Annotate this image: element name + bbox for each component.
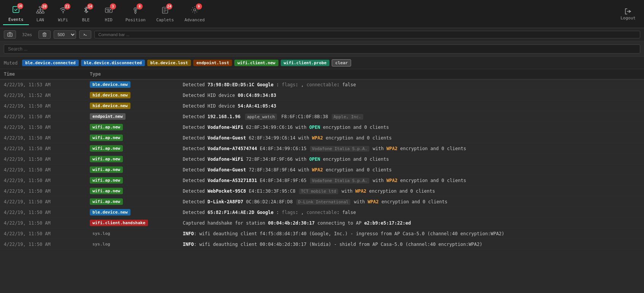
svg-point-25 <box>9 34 11 36</box>
cell-type[interactable]: wifi.ap.new <box>86 154 179 165</box>
cell-description: Detected Vodafone-WiFi 62:8F:34:99:C6:16… <box>179 122 644 133</box>
cell-type[interactable]: sys.log <box>86 239 179 250</box>
cell-type[interactable]: wifi.ap.new <box>86 196 179 207</box>
brand-label: Apple, Inc. <box>332 114 363 120</box>
nav-position[interactable]: 8 Position <box>120 3 151 25</box>
nav-advanced-label: Advanced <box>184 17 205 22</box>
cell-type[interactable]: sys.log <box>86 228 179 239</box>
terminal-button[interactable] <box>79 30 91 39</box>
count-select[interactable]: 500 100 1000 <box>54 30 76 39</box>
event-type-badge[interactable]: wifi.ap.new <box>90 188 123 194</box>
cell-description: Detected 65:82:F1:A4:AE:2D Google : flag… <box>179 207 644 218</box>
search-input[interactable] <box>4 44 640 54</box>
cell-time: 4/22/19, 11:50 AM <box>0 154 86 165</box>
muted-tag-endpoint-lost[interactable]: endpoint.lost <box>193 60 232 66</box>
cell-time: 4/22/19, 11:52 AM <box>0 90 86 101</box>
event-type-badge[interactable]: wifi.ap.new <box>90 124 123 130</box>
cell-type[interactable]: wifi.ap.new <box>86 143 179 154</box>
muted-tag-wifi-client-new[interactable]: wifi.client.new <box>234 60 278 66</box>
cell-type[interactable]: hid.device.new <box>86 101 179 111</box>
table-row: 4/22/19, 11:50 AMwifi.client.handshakeCa… <box>0 218 644 228</box>
event-type-badge[interactable]: endpoint.new <box>90 113 125 120</box>
muted-tag-ble-connected[interactable]: ble.device.connected <box>22 60 78 66</box>
svg-rect-24 <box>8 33 12 36</box>
cell-time: 4/22/19, 11:50 AM <box>0 186 86 196</box>
bold-text: INFO <box>183 231 194 236</box>
cell-time: 4/22/19, 11:50 AM <box>0 175 86 186</box>
event-type-badge[interactable]: wifi.ap.new <box>90 166 123 173</box>
brand-label: Vodafone Italia S.p.A. <box>310 146 369 152</box>
cell-description: Detected Vodafone-A53271831 E4:8F:34:8F:… <box>179 175 644 186</box>
mac-address: 192.168.1.96 <box>208 114 241 119</box>
nav-wifi[interactable]: 21 WiFi <box>52 3 75 25</box>
col-type: Type <box>86 69 179 79</box>
cell-description: Detected D-Link-2A8FD7 0C:B6:D2:2A:8F:D8… <box>179 196 644 207</box>
table-row: 4/22/19, 11:50 AMwifi.ap.newDetected Vod… <box>0 175 644 186</box>
wifi-icon: 21 <box>59 6 67 16</box>
table-row: 4/22/19, 11:53 AMble.device.newDetected … <box>0 79 644 90</box>
cell-time: 4/22/19, 11:53 AM <box>0 79 86 90</box>
event-type-badge[interactable]: sys.log <box>90 230 113 237</box>
event-type-badge[interactable]: wifi.ap.new <box>90 198 123 205</box>
logout-button[interactable]: Logout <box>615 5 641 23</box>
event-type-badge[interactable]: ble.device.new <box>90 209 130 215</box>
toolbar: 32ms 500 100 1000 <box>0 28 644 41</box>
nav-events[interactable]: 16 Events <box>3 3 29 25</box>
muted-label: Muted <box>4 60 17 66</box>
cell-type[interactable]: ble.device.new <box>86 79 179 90</box>
bold-text: Vodafone-WiFi <box>208 125 243 130</box>
event-type-badge[interactable]: sys.log <box>90 241 113 247</box>
muted-tag-ble-lost[interactable]: ble.device.lost <box>147 60 191 66</box>
col-desc <box>179 69 644 79</box>
table-row: 4/22/19, 11:50 AMwifi.ap.newDetected D-L… <box>0 196 644 207</box>
event-type-badge[interactable]: hid.device.new <box>90 92 130 98</box>
cell-type[interactable]: wifi.ap.new <box>86 165 179 175</box>
svg-rect-12 <box>107 9 108 10</box>
trash-button[interactable] <box>38 30 51 39</box>
event-type-badge[interactable]: wifi.ap.new <box>90 145 123 152</box>
event-type-badge[interactable]: wifi.client.handshake <box>90 220 148 226</box>
mac-address: 00:C4:89:34:83 <box>238 93 276 98</box>
camera-button[interactable] <box>4 30 16 39</box>
cell-type[interactable]: wifi.ap.new <box>86 122 179 133</box>
nav-caplets[interactable]: 24 Caplets <box>151 3 179 25</box>
command-bar-input[interactable] <box>94 31 641 38</box>
cell-type[interactable]: hid.device.new <box>86 90 179 101</box>
table-row: 4/22/19, 11:50 AMhid.device.newDetected … <box>0 101 644 111</box>
nav-advanced[interactable]: 9 Advanced <box>179 3 210 25</box>
event-type-badge[interactable]: wifi.ap.new <box>90 156 123 162</box>
muted-tag-ble-disconnected[interactable]: ble.device.disconnected <box>81 60 145 66</box>
key-value: connectable <box>307 82 337 87</box>
cell-time: 4/22/19, 11:50 AM <box>0 228 86 239</box>
nav-lan[interactable]: 20 20 LAN <box>29 3 52 25</box>
cell-time: 4/22/19, 11:50 AM <box>0 218 86 228</box>
bold-text: Vodafone-Guest <box>208 167 246 173</box>
event-type-badge[interactable]: ble.device.new <box>90 81 130 88</box>
hid-icon: 3 <box>105 6 113 16</box>
cell-description: Detected Vodafone-Guest 62:8F:34:99:C6:1… <box>179 133 644 143</box>
cell-type[interactable]: wifi.ap.new <box>86 133 179 143</box>
top-nav: 16 Events 20 20 LAN 21 WiFi 14 BLE 3 HID <box>0 0 644 28</box>
position-badge: 8 <box>137 3 143 10</box>
nav-ble[interactable]: 14 BLE <box>75 3 97 25</box>
cell-time: 4/22/19, 11:50 AM <box>0 165 86 175</box>
cell-type[interactable]: wifi.ap.new <box>86 186 179 196</box>
cell-type[interactable]: wifi.ap.new <box>86 175 179 186</box>
muted-row: Muted ble.device.connected ble.device.di… <box>0 57 644 69</box>
bold-text: D-Link-2A8FD7 <box>208 199 243 204</box>
table-row: 4/22/19, 11:50 AMsys.logINFO: wifi deaut… <box>0 228 644 239</box>
event-type-badge[interactable]: wifi.ap.new <box>90 135 123 141</box>
event-type-badge[interactable]: hid.device.new <box>90 103 130 109</box>
cell-type[interactable]: endpoint.new <box>86 111 179 122</box>
mac-address: 54:AA:41:05:43 <box>238 103 276 109</box>
clear-button[interactable]: clear <box>332 59 351 67</box>
muted-tag-wifi-client-probe[interactable]: wifi.client.probe <box>281 60 330 66</box>
cell-description: Detected HID device 00:C4:89:34:83 <box>179 90 644 101</box>
cell-time: 4/22/19, 11:50 AM <box>0 207 86 218</box>
cell-description: Detected 192.168.1.96 apple_watch F8:6F:… <box>179 111 644 122</box>
bold-text: Vodafone-Guest <box>208 135 246 141</box>
event-type-badge[interactable]: wifi.ap.new <box>90 177 123 184</box>
cell-type[interactable]: wifi.client.handshake <box>86 218 179 228</box>
nav-hid[interactable]: 3 HID <box>97 3 120 25</box>
cell-type[interactable]: ble.device.new <box>86 207 179 218</box>
